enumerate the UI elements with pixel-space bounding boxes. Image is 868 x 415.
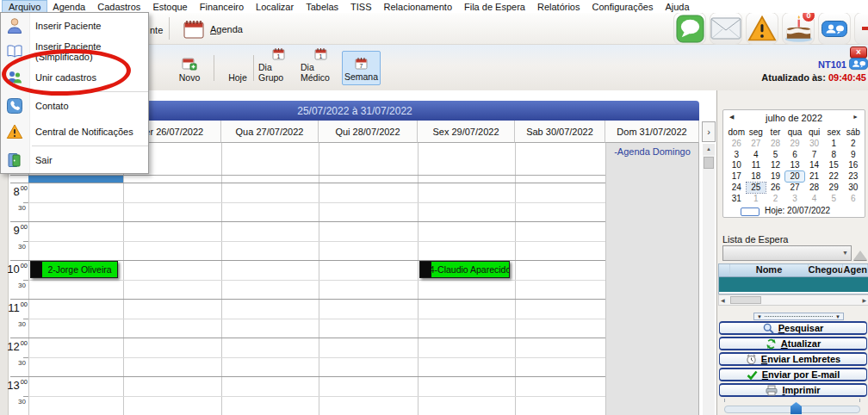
- mini-calendar-day[interactable]: 28: [804, 183, 824, 193]
- menu-agenda[interactable]: Agenda: [46, 1, 91, 13]
- tray-button-logout-door[interactable]: [854, 12, 868, 45]
- appointment[interactable]: 2-Jorge Oliveira: [30, 261, 118, 278]
- mini-calendar-day[interactable]: 23: [843, 171, 863, 182]
- side-button-pesquisar[interactable]: Pesquisar: [719, 321, 867, 335]
- menu-relatorios[interactable]: Relatórios: [531, 1, 586, 13]
- mini-calendar-day[interactable]: 5: [766, 150, 785, 160]
- scroll-up-icon[interactable]: ▲: [703, 144, 715, 155]
- mini-calendar-day[interactable]: 26: [727, 139, 747, 149]
- mini-calendar-selected-day[interactable]: 25: [747, 183, 766, 193]
- mini-calendar-day[interactable]: 17: [727, 171, 747, 182]
- mini-calendar-day[interactable]: 8: [824, 150, 844, 160]
- collapse-up-arrow[interactable]: [853, 251, 867, 260]
- mini-calendar-day[interactable]: 21: [804, 171, 824, 182]
- menu-relacionamento[interactable]: Relacionamento: [378, 1, 459, 13]
- toolbar-button-dia-grupo[interactable]: 1Dia Grupo: [258, 51, 299, 85]
- menu-localizar[interactable]: Localizar: [250, 1, 300, 13]
- mini-calendar-day[interactable]: 26: [766, 183, 785, 193]
- mini-calendar-day[interactable]: 1: [824, 139, 844, 149]
- waiting-list-combobox[interactable]: ▼: [722, 245, 852, 261]
- mini-calendar-day[interactable]: 30: [804, 139, 824, 149]
- menu-estoque[interactable]: Estoque: [146, 1, 193, 13]
- mini-calendar-day[interactable]: 13: [785, 160, 805, 170]
- mini-calendar-day[interactable]: 10: [727, 160, 747, 170]
- patient-button-cut-label[interactable]: nte: [150, 25, 163, 35]
- mini-calendar-day[interactable]: 18: [747, 171, 766, 182]
- calendar-next-icon[interactable]: ►: [852, 114, 859, 120]
- mini-calendar-day[interactable]: 24: [727, 183, 747, 193]
- appointment[interactable]: 4-Claudio Aparecido: [419, 261, 510, 278]
- day-header-5[interactable]: Sab 30/07/2022: [515, 121, 605, 143]
- file-menu-item-unir-cadastros[interactable]: Unir cadastros: [1, 65, 148, 90]
- mini-calendar-day[interactable]: 22: [824, 171, 844, 182]
- tray-button-email[interactable]: [710, 12, 742, 45]
- mini-calendar-day[interactable]: 3: [785, 194, 805, 204]
- scroll-right-button[interactable]: ›: [702, 121, 716, 142]
- hscrollbar-thumb[interactable]: [730, 296, 761, 304]
- mini-calendar-day[interactable]: 6: [785, 150, 805, 160]
- scroll-right-icon[interactable]: ▶: [862, 297, 866, 303]
- mini-calendar-day[interactable]: 15: [824, 160, 844, 170]
- scrollbar-thumb[interactable]: [704, 157, 714, 169]
- mini-calendar-day[interactable]: 9: [843, 150, 863, 160]
- panel-splitter[interactable]: ▼ ▼: [753, 313, 844, 320]
- mini-calendar-day[interactable]: 4: [804, 194, 824, 204]
- mini-calendar-day[interactable]: 1: [747, 194, 766, 204]
- file-menu-item-inserir-paciente[interactable]: Inserir Paciente: [1, 13, 148, 39]
- menu-arquivo[interactable]: Arquivo: [3, 1, 46, 13]
- zoom-slider-handle[interactable]: [790, 402, 802, 414]
- mini-calendar-day[interactable]: 14: [804, 160, 824, 170]
- mini-calendar-day[interactable]: 19: [766, 171, 785, 182]
- waiting-list-selected-row[interactable]: [719, 277, 868, 292]
- day-header-6[interactable]: Dom 31/07/2022: [605, 121, 699, 143]
- tray-button-birthday-cake[interactable]: 0: [782, 12, 815, 45]
- side-button-enviar-lembretes[interactable]: Enviar Lembretes: [719, 352, 867, 366]
- mini-calendar-day[interactable]: 11: [747, 160, 766, 170]
- mini-calendar-day[interactable]: 3: [727, 150, 747, 160]
- tray-button-sms-chat[interactable]: [673, 12, 706, 45]
- tray-button-alert[interactable]: [746, 12, 778, 45]
- side-button-atualizar[interactable]: Atualizar: [719, 337, 867, 350]
- menu-cadastros[interactable]: Cadastros: [91, 1, 146, 13]
- menu-ajuda[interactable]: Ajuda: [659, 1, 695, 13]
- mini-calendar-day[interactable]: 6: [843, 194, 863, 204]
- mini-calendar-day[interactable]: 2: [766, 194, 785, 204]
- day-header-4[interactable]: Sex 29/07/2022: [418, 121, 515, 143]
- file-menu-item-contato[interactable]: Contato: [1, 93, 148, 119]
- mini-calendar-day[interactable]: 12: [766, 160, 785, 170]
- mini-calendar-day[interactable]: 30: [843, 183, 863, 193]
- mini-calendar-day[interactable]: 7: [804, 150, 824, 160]
- file-menu-item-inserir-paciente-simplificado[interactable]: Inserir Paciente (Simplificado): [1, 39, 148, 65]
- mini-calendar-day[interactable]: 29: [824, 183, 844, 193]
- mini-calendar-day[interactable]: 2: [843, 139, 863, 149]
- mini-calendar-day[interactable]: 5: [824, 194, 844, 204]
- agenda-button[interactable]: Agenda: [177, 16, 248, 42]
- mini-calendar-day[interactable]: 4: [747, 150, 766, 160]
- toolbar-button-hoje[interactable]: Hoje: [220, 51, 255, 85]
- menu-tiss[interactable]: TISS: [344, 1, 377, 13]
- menu-financeiro[interactable]: Financeiro: [194, 1, 250, 13]
- mini-calendar-day[interactable]: 28: [766, 139, 785, 149]
- scroll-left-icon[interactable]: ◀: [721, 297, 725, 303]
- menu-tabelas[interactable]: Tabelas: [300, 1, 344, 13]
- mini-calendar-day[interactable]: 16: [843, 160, 863, 170]
- side-button-enviar-por-e-mail[interactable]: Enviar por E-mail: [719, 368, 867, 381]
- day-header-3[interactable]: Qui 28/07/2022: [319, 121, 418, 143]
- menu-configuracoes[interactable]: Configurações: [586, 1, 659, 13]
- tray-button-people-chat[interactable]: [818, 12, 851, 45]
- waiting-list-table[interactable]: NomeChegouAgend: [718, 263, 868, 294]
- mini-calendar-day[interactable]: 27: [747, 139, 766, 149]
- mini-calendar-today[interactable]: 20: [785, 171, 805, 182]
- menu-fila-de-espera[interactable]: Fila de Espera: [458, 1, 531, 13]
- toolbar-button-dia-medico[interactable]: 1Dia Médico: [301, 51, 341, 85]
- side-button-imprimir[interactable]: Imprimir: [719, 383, 867, 397]
- toolbar-button-novo[interactable]: Novo: [170, 51, 208, 85]
- mini-calendar-day[interactable]: 27: [785, 183, 805, 193]
- mini-calendar-day[interactable]: 29: [785, 139, 805, 149]
- day-header-2[interactable]: Qua 27/07/2022: [221, 121, 319, 143]
- toolbar-button-semana[interactable]: 7Semana: [342, 51, 381, 85]
- vertical-scrollbar[interactable]: ▲: [703, 144, 715, 415]
- horizontal-scrollbar[interactable]: ◀ ▶: [718, 294, 868, 306]
- mini-calendar-day[interactable]: 31: [727, 194, 747, 204]
- file-menu-item-sair[interactable]: Sair: [1, 147, 148, 173]
